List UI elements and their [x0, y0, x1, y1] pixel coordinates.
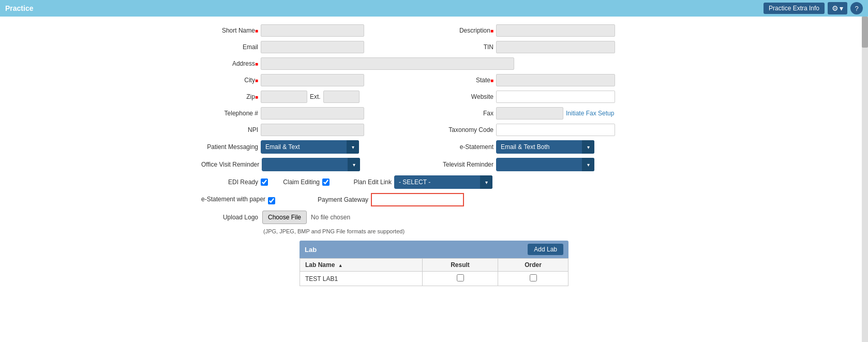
lab-table-body: TEST LAB1	[300, 272, 568, 286]
order-cell	[498, 272, 568, 286]
row-npi-taxonomy: NPI Taxonomy Code	[201, 124, 667, 136]
zip-group: Zip■ Ext.	[201, 91, 431, 103]
e-statement-select-wrapper: Email & Text Both ▾	[496, 140, 594, 154]
tin-input[interactable]	[496, 41, 615, 53]
patient-messaging-select[interactable]: Email & Text	[261, 140, 359, 154]
gear-icon: ⚙	[832, 4, 839, 12]
npi-group: NPI	[201, 124, 431, 136]
row-messaging-estatement: Patient Messaging Email & Text ▾ e-State…	[201, 140, 667, 154]
taxonomy-group: Taxonomy Code	[437, 124, 667, 136]
lab-section-title: Lab	[305, 246, 317, 254]
choose-file-button[interactable]: Choose File	[262, 211, 307, 224]
email-group: Email	[201, 41, 431, 53]
help-button[interactable]: ?	[850, 2, 863, 14]
office-visit-select[interactable]	[262, 158, 360, 171]
tin-group: TIN	[437, 41, 667, 53]
npi-input[interactable]	[261, 124, 364, 136]
office-visit-select-wrapper: ▾	[262, 158, 360, 171]
zip-input[interactable]	[261, 91, 307, 103]
lab-section: Lab Add Lab Lab Name ▲ Result Order	[300, 241, 568, 286]
file-formats-text: (JPG, JPEG, BMP and PNG File formats are…	[263, 228, 667, 234]
plan-edit-select[interactable]: - SELECT -	[394, 175, 492, 189]
result-cell	[423, 272, 498, 286]
upload-logo-label: Upload Logo	[201, 214, 258, 221]
row-city-state: City■ State■	[201, 74, 667, 86]
scrollbar-thumb	[862, 17, 868, 48]
tin-label: TIN	[437, 43, 493, 51]
televisit-select-wrapper: ▾	[496, 158, 594, 171]
state-group: State■	[437, 74, 667, 86]
telephone-input[interactable]	[261, 107, 364, 120]
fax-input[interactable]	[496, 107, 563, 120]
ext-input[interactable]	[323, 91, 360, 103]
lab-name-header: Lab Name ▲	[300, 259, 423, 272]
result-checkbox[interactable]	[457, 274, 464, 281]
practice-form: Short Name■ Description■ Email TIN	[201, 24, 667, 286]
payment-gateway-label: Payment Gateway	[311, 196, 368, 203]
televisit-select[interactable]	[496, 158, 594, 171]
order-checkbox[interactable]	[530, 274, 537, 281]
short-name-label: Short Name■	[201, 27, 258, 34]
address-required: ■	[255, 61, 258, 67]
website-input[interactable]	[496, 91, 615, 103]
televisit-group: Televisit Reminder ▾	[437, 158, 667, 171]
row-address: Address■	[201, 57, 667, 70]
ext-label: Ext.	[310, 93, 321, 100]
plan-edit-link-label: Plan Edit Link	[335, 179, 392, 186]
lab-table-header-row: Lab Name ▲ Result Order	[300, 259, 568, 272]
npi-label: NPI	[201, 126, 258, 133]
lab-header: Lab Add Lab	[300, 241, 568, 258]
plan-edit-select-wrapper: - SELECT - ▾	[394, 175, 492, 189]
initiate-fax-setup-link[interactable]: Initiate Fax Setup	[566, 110, 614, 117]
claim-editing-checkbox[interactable]	[322, 179, 330, 186]
description-label: Description■	[437, 27, 493, 34]
edi-ready-label: EDI Ready	[201, 179, 258, 186]
e-statement-paper-group: e-Statement with paper	[201, 196, 275, 204]
row-short-name-description: Short Name■ Description■	[201, 24, 667, 37]
edi-ready-checkbox[interactable]	[261, 179, 268, 186]
row-telephone-fax: Telephone # Fax Initiate Fax Setup	[201, 107, 667, 120]
plan-edit-link-group: Plan Edit Link - SELECT - ▾	[335, 175, 667, 189]
lab-name-sort-icon: ▲	[338, 263, 343, 268]
zip-required: ■	[255, 94, 258, 100]
zip-label: Zip■	[201, 93, 258, 100]
row-email-tin: Email TIN	[201, 41, 667, 53]
help-icon: ?	[855, 5, 858, 12]
main-content: Short Name■ Description■ Email TIN	[0, 17, 868, 342]
add-lab-button[interactable]: Add Lab	[528, 244, 563, 255]
state-input[interactable]	[496, 74, 615, 86]
row-office-televisit: Office Visit Reminder ▾ Televisit Remind…	[201, 158, 667, 171]
description-group: Description■	[437, 24, 667, 37]
payment-gateway-input[interactable]: SQUARE	[371, 193, 464, 206]
website-label: Website	[437, 93, 493, 100]
row-edi-claim-plan: EDI Ready Claim Editing Plan Edit Link -…	[201, 175, 667, 189]
email-input[interactable]	[261, 41, 364, 53]
e-statement-paper-checkbox[interactable]	[268, 197, 275, 204]
patient-messaging-group: Patient Messaging Email & Text ▾	[201, 140, 431, 154]
gear-button[interactable]: ⚙ ▾	[828, 2, 847, 14]
telephone-group: Telephone #	[201, 107, 431, 120]
e-statement-select[interactable]: Email & Text Both	[496, 140, 594, 154]
e-statement-group: e-Statement Email & Text Both ▾	[437, 140, 667, 154]
address-input[interactable]	[261, 57, 514, 70]
description-input[interactable]	[496, 24, 615, 37]
patient-messaging-select-wrapper: Email & Text ▾	[261, 140, 359, 154]
row-zip-website: Zip■ Ext. Website	[201, 91, 667, 103]
lab-name-cell: TEST LAB1	[300, 272, 423, 286]
payment-gateway-group: Payment Gateway SQUARE	[311, 193, 667, 206]
televisit-label: Televisit Reminder	[437, 161, 493, 168]
email-label: Email	[201, 43, 258, 51]
order-header: Order	[498, 259, 568, 272]
short-name-input[interactable]	[261, 24, 364, 37]
taxonomy-input[interactable]	[496, 124, 615, 136]
row-upload-logo: Upload Logo Choose File No file chosen	[201, 211, 667, 224]
short-name-required: ■	[255, 28, 258, 34]
taxonomy-label: Taxonomy Code	[437, 126, 493, 133]
top-bar-actions: Practice Extra Info ⚙ ▾ ?	[764, 2, 863, 14]
city-input[interactable]	[261, 74, 364, 86]
practice-extra-info-button[interactable]: Practice Extra Info	[764, 3, 825, 14]
lab-table: Lab Name ▲ Result Order TEST LAB1	[300, 258, 568, 286]
patient-messaging-label: Patient Messaging	[201, 143, 258, 151]
file-chosen-text: No file chosen	[311, 214, 350, 221]
claim-editing-group: Claim Editing	[273, 179, 330, 186]
